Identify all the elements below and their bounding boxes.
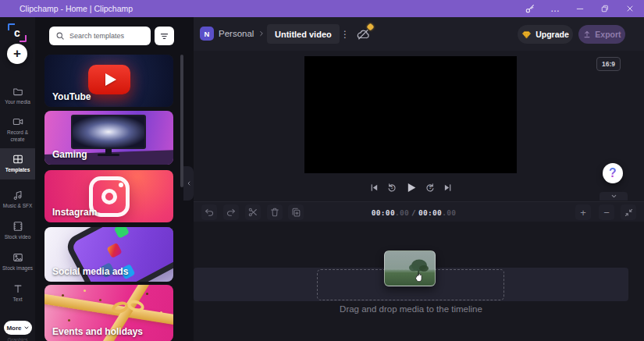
sidebar-item-stock-images[interactable]: Stock images bbox=[0, 247, 35, 278]
duplicate-button[interactable] bbox=[288, 204, 304, 220]
template-card-gaming[interactable]: Gaming bbox=[44, 111, 173, 165]
export-button[interactable]: Export bbox=[578, 25, 625, 44]
project-options-kebab[interactable]: ⋮ bbox=[339, 24, 351, 44]
clipchamp-logo: c bbox=[8, 23, 27, 42]
zoom-to-fit-button[interactable] bbox=[621, 204, 636, 220]
template-card-youtube[interactable]: YouTube bbox=[44, 55, 173, 107]
timeline-area: Drag and drop media to the timeline bbox=[194, 222, 644, 341]
filter-button[interactable] bbox=[155, 27, 174, 45]
app-icon-whatsapp bbox=[114, 227, 130, 239]
zoom-out-button[interactable]: − bbox=[599, 204, 614, 220]
minimize-button[interactable] bbox=[569, 0, 591, 17]
search-input[interactable] bbox=[69, 32, 140, 40]
rewind-5s-button[interactable]: 5 bbox=[386, 182, 397, 193]
transport-controls: 5 5 bbox=[304, 179, 517, 196]
more-label: More bbox=[6, 325, 21, 332]
instagram-lens bbox=[101, 189, 117, 204]
browser-menu-icon[interactable]: … bbox=[544, 0, 566, 17]
breadcrumb-chevron-icon bbox=[258, 29, 265, 38]
upgrade-label: Upgrade bbox=[535, 30, 569, 39]
preview-stage: 16:9 5 5 ? bbox=[194, 51, 644, 201]
question-mark-icon: ? bbox=[609, 166, 617, 180]
svg-text:5: 5 bbox=[390, 186, 393, 190]
total-time-frac: .00 bbox=[442, 208, 456, 217]
templates-panel: YouTube Gaming Instagram bbox=[35, 17, 194, 341]
workspace-avatar[interactable]: N bbox=[200, 27, 214, 41]
search-templates-box[interactable] bbox=[49, 27, 151, 45]
zoom-in-button[interactable]: + bbox=[575, 204, 591, 220]
confetti-dot bbox=[99, 299, 101, 301]
delete-button[interactable] bbox=[267, 204, 283, 220]
play-button[interactable] bbox=[404, 181, 418, 194]
upgrade-button[interactable]: Upgrade bbox=[518, 25, 573, 44]
current-time-frac: .00 bbox=[395, 208, 409, 217]
gaming-galaxy bbox=[73, 116, 144, 147]
filter-icon bbox=[159, 31, 169, 41]
time-separator: / bbox=[411, 208, 416, 217]
aspect-ratio-badge[interactable]: 16:9 bbox=[596, 57, 621, 71]
sidebar-item-label: Text bbox=[1, 297, 35, 303]
template-card-label: Instagram bbox=[52, 207, 97, 218]
undo-button[interactable] bbox=[201, 204, 217, 220]
help-button[interactable]: ? bbox=[603, 163, 623, 183]
film-strip-icon bbox=[12, 221, 23, 232]
more-button[interactable]: More bbox=[4, 321, 32, 335]
clipchamp-app-window: Clipchamp - Home | Clipchamp … c + bbox=[0, 0, 644, 341]
redo-button[interactable] bbox=[223, 204, 239, 220]
project-title-field[interactable]: Untitled video bbox=[267, 24, 340, 44]
confetti-dot bbox=[68, 319, 70, 321]
template-card-instagram[interactable]: Instagram bbox=[44, 170, 173, 222]
skip-to-start-button[interactable] bbox=[369, 183, 379, 193]
template-card-label: YouTube bbox=[52, 91, 91, 102]
sidebar-item-label: Templates bbox=[1, 167, 35, 173]
left-nav-rail: c + Your media Record & create Templates… bbox=[0, 17, 35, 341]
sidebar-item-text[interactable]: Text bbox=[0, 278, 35, 309]
sidebar-item-graphics-cutoff: Graphics bbox=[0, 337, 35, 341]
sidebar-item-label: Music & SFX bbox=[1, 203, 35, 209]
dragged-media-thumbnail[interactable] bbox=[384, 250, 436, 286]
forward-5s-button[interactable]: 5 bbox=[425, 182, 436, 193]
timeline-hint-text: Drag and drop media to the timeline bbox=[194, 304, 628, 314]
confetti-dot bbox=[84, 289, 86, 292]
key-icon[interactable] bbox=[519, 0, 541, 17]
export-icon bbox=[582, 30, 592, 39]
skip-to-end-button[interactable] bbox=[443, 183, 453, 193]
gem-icon bbox=[521, 30, 532, 40]
confetti-dot bbox=[160, 311, 162, 314]
youtube-play-logo bbox=[88, 65, 130, 94]
sidebar-item-record-create[interactable]: Record & create bbox=[0, 114, 35, 145]
gaming-monitor-base bbox=[98, 154, 119, 156]
current-time: 00:00 bbox=[372, 208, 395, 217]
titlebar-controls: … bbox=[519, 0, 641, 17]
sidebar-item-templates[interactable]: Templates bbox=[0, 148, 35, 179]
sidebar-item-stock-video[interactable]: Stock video bbox=[0, 215, 35, 247]
close-button[interactable] bbox=[619, 0, 641, 17]
ribbon-band bbox=[44, 292, 173, 329]
confetti-dot bbox=[62, 294, 64, 297]
image-icon bbox=[12, 252, 23, 263]
editor-header: N Personal Untitled video ⋮ Upgrade Expo… bbox=[194, 17, 644, 51]
restore-button[interactable] bbox=[594, 0, 616, 17]
gaming-monitor bbox=[71, 115, 146, 149]
sidebar-item-your-media[interactable]: Your media bbox=[0, 80, 35, 112]
window-title: Clipchamp - Home | Clipchamp bbox=[20, 4, 133, 13]
preview-collapse-pill[interactable] bbox=[600, 192, 628, 201]
split-scissors-button[interactable] bbox=[245, 204, 261, 220]
music-note-icon bbox=[12, 190, 23, 201]
app-icon-instagram bbox=[106, 243, 122, 258]
template-card-events-holidays[interactable]: Events and holidays bbox=[44, 285, 173, 341]
add-media-button[interactable]: + bbox=[7, 44, 27, 64]
sidebar-item-music-sfx[interactable]: Music & SFX bbox=[0, 184, 35, 215]
template-card-label: Events and holidays bbox=[52, 326, 143, 337]
chevron-down-icon bbox=[23, 325, 30, 331]
window-titlebar: Clipchamp - Home | Clipchamp … bbox=[0, 0, 644, 17]
panel-collapse-handle[interactable] bbox=[183, 166, 194, 201]
templates-grid-icon bbox=[12, 154, 23, 165]
sidebar-item-label: Stock video bbox=[1, 234, 35, 240]
total-time: 00:00 bbox=[418, 208, 442, 217]
sidebar-item-label: Your media bbox=[1, 99, 35, 105]
video-canvas[interactable] bbox=[304, 56, 517, 173]
workspace-name[interactable]: Personal bbox=[219, 29, 254, 38]
template-card-social-media-ads[interactable]: Social media ads bbox=[44, 227, 173, 282]
cloud-backup-off-icon[interactable] bbox=[353, 25, 373, 44]
